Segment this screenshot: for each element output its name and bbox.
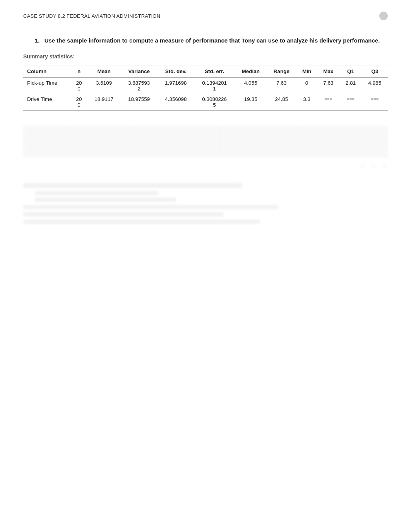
summary-label: Summary statistics:	[23, 53, 388, 60]
icon-2: ✱	[370, 161, 377, 171]
row2-std-dev: 4.356098	[158, 94, 194, 111]
row2-n: 200	[70, 94, 87, 111]
page-header-circle	[379, 12, 388, 20]
table-row: Pick-up Time 200 3.6109 3.8875932 1.9716…	[23, 77, 388, 94]
row2-mean: 18.9117	[87, 94, 121, 111]
table-row: Drive Time 200 18.9117 18.97559 4.356098…	[23, 94, 388, 111]
row1-q3: 4.985	[362, 77, 388, 94]
row1-mean: 3.6109	[87, 77, 121, 94]
row1-max: 7.63	[317, 77, 339, 94]
row2-std-err: 0.30802265	[194, 94, 235, 111]
row1-range: 7.63	[267, 77, 296, 94]
page-header: CASE STUDY 8.2 FEDERAL AVIATION ADMINIST…	[23, 12, 388, 20]
blurred-subline-1	[35, 191, 158, 195]
icon-1: ✱	[359, 161, 366, 171]
row2-range: 24.85	[267, 94, 296, 111]
row2-median: 19.35	[235, 94, 267, 111]
blurred-line-3	[23, 212, 224, 217]
blurred-subline-2	[35, 198, 176, 202]
row2-max: ■■■	[317, 94, 339, 111]
col-header-n: n	[70, 65, 87, 77]
stats-table: Column n Mean Variance Std. dev. Std. er…	[23, 65, 388, 111]
icon-3: ✱	[381, 161, 388, 171]
row1-median: 4.055	[235, 77, 267, 94]
col-header-std-dev: Std. dev.	[158, 65, 194, 77]
col-header-q3: Q3	[362, 65, 388, 77]
col-header-min: Min	[296, 65, 317, 77]
row1-n: 200	[70, 77, 87, 94]
header-title: CASE STUDY 8.2 FEDERAL AVIATION ADMINIST…	[23, 13, 160, 19]
blurred-table	[23, 126, 388, 157]
question-1-body: Use the sample information to compute a …	[45, 37, 380, 44]
row1-std-dev: 1.971698	[158, 77, 194, 94]
col-header-max: Max	[317, 65, 339, 77]
row2-column: Drive Time	[23, 94, 70, 111]
row1-column: Pick-up Time	[23, 77, 70, 94]
blurred-section: ✱ ✱ ✱	[23, 126, 388, 224]
blurred-line-1	[23, 183, 242, 188]
row2-variance: 18.97559	[121, 94, 158, 111]
row1-min: 0	[296, 77, 317, 94]
question-1-text: 1. Use the sample information to compute…	[35, 36, 388, 46]
col-header-std-err: Std. err.	[194, 65, 235, 77]
row2-min: 3.3	[296, 94, 317, 111]
question-1-section: 1. Use the sample information to compute…	[23, 36, 388, 111]
row1-variance: 3.8875932	[121, 77, 158, 94]
blurred-text-block	[23, 183, 388, 224]
col-header-q1: Q1	[339, 65, 362, 77]
blurred-line-4	[23, 220, 260, 224]
col-header-median: Median	[235, 65, 267, 77]
question-1-number: 1.	[35, 36, 40, 46]
col-header-variance: Variance	[121, 65, 158, 77]
row2-q1: ■■■	[339, 94, 362, 111]
row1-std-err: 0.13942011	[194, 77, 235, 94]
bottom-corner-icons: ✱ ✱ ✱	[23, 161, 388, 171]
col-header-mean: Mean	[87, 65, 121, 77]
col-header-range: Range	[267, 65, 296, 77]
row1-q1: 2.81	[339, 77, 362, 94]
blurred-sublines	[35, 191, 388, 202]
blurred-line-2	[23, 205, 278, 209]
row2-q3: ■■■	[362, 94, 388, 111]
col-header-column: Column	[23, 65, 70, 77]
